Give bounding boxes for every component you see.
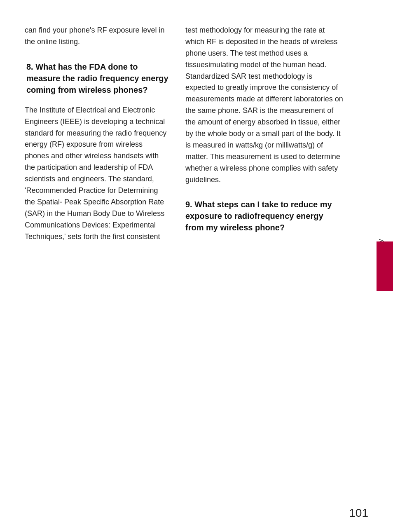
left-column: can find your phone's RF exposure level … (25, 25, 181, 516)
section-8-continued: test methodology for measuring the rate … (185, 25, 344, 185)
section-8-body: The Institute of Electrical and Electron… (25, 105, 169, 243)
section-8-heading: 8. What has the FDA done to measure the … (25, 61, 169, 96)
page-number: 101 (349, 506, 368, 520)
right-column: test methodology for measuring the rate … (181, 25, 377, 516)
page-container: can find your phone's RF exposure level … (0, 0, 393, 532)
sidebar-label: For Your Safety (368, 0, 393, 532)
section-9-heading: 9. What steps can I take to reduce my ex… (185, 199, 344, 233)
content-area: can find your phone's RF exposure level … (0, 0, 393, 532)
intro-text: can find your phone's RF exposure level … (25, 25, 169, 48)
sidebar-tab (377, 241, 393, 291)
page-number-divider (350, 503, 370, 503)
